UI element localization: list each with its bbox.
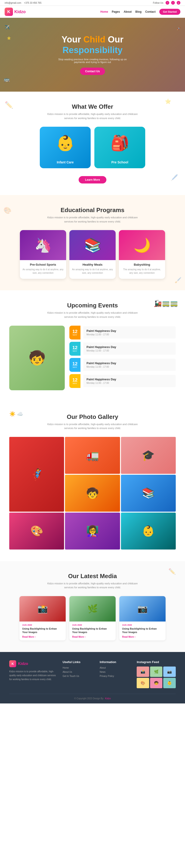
media-category-2: Aug 2020 xyxy=(72,624,113,626)
learn-more-button[interactable]: Learn More xyxy=(79,176,107,184)
footer-logo-text: Kidzo xyxy=(18,662,28,666)
pre-school-label: Pre School xyxy=(111,160,128,164)
gallery-image-1: 🦸 xyxy=(30,468,44,481)
footer-info-news[interactable]: News xyxy=(100,671,132,673)
gallery-image-6: 📚 xyxy=(142,487,155,499)
gallery-item-2[interactable]: 🚛 xyxy=(65,437,120,474)
footer-instagram-column: Instagram Feed 📸 🌿 📷 🎨 🧒 👶 xyxy=(137,660,176,688)
deco-crayons-right: 🖊️ xyxy=(171,174,178,181)
event-item-4[interactable]: 12 May Paint Happiness Day Monday 11:00 … xyxy=(70,374,176,388)
media-image-2: 🌿 xyxy=(70,596,115,622)
footer-instagram-grid: 📸 🌿 📷 🎨 🧒 👶 xyxy=(137,666,176,688)
gallery-image-2: 🚛 xyxy=(86,449,99,461)
pinterest-icon[interactable]: p xyxy=(177,1,180,5)
program-babysitting-image: 🌙 xyxy=(119,230,165,260)
insta-item-3[interactable]: 📷 xyxy=(163,666,176,677)
footer-information-column: Information About News Privacy Policy xyxy=(100,660,132,688)
footer-information-title: Information xyxy=(100,660,132,664)
hero-section: ✈️ ⭐ 🚌 🚀 Your Child Our Responsibility S… xyxy=(0,18,185,92)
events-list: 12 May Paint Happiness Day Monday 11:00 … xyxy=(70,326,176,390)
footer-about-column: K Kidzo Kidzo mission is to provide affo… xyxy=(9,660,58,688)
program-card-babysitting[interactable]: 🌙 Babysitting The amazing way to do it a… xyxy=(119,230,165,279)
event-date-2: 12 May xyxy=(70,342,80,355)
insta-item-2[interactable]: 🌿 xyxy=(150,666,163,677)
program-card-meals[interactable]: 📚 Healthy Meals An amazing way to do it … xyxy=(70,230,115,279)
program-babysitting-desc: The amazing way to do it at anytime, any… xyxy=(121,268,163,275)
media-title: Our Latest Media xyxy=(9,572,176,580)
media-card-3[interactable]: 📷 Aug 2020 Using Backlighting to Enhan Y… xyxy=(119,596,165,641)
program-sports-desc: An amazing way to do it at anytime, any … xyxy=(22,268,64,275)
program-card-sports[interactable]: 🦄 Pre-School Sports An amazing way to do… xyxy=(20,230,66,279)
event-info-3: Paint Happiness Day Monday 11:00 - 17:00 xyxy=(83,359,176,371)
train-decoration: 🚂🚃🚃 xyxy=(154,300,178,307)
nav-links: Home Pages About Blog Contact Get Starte… xyxy=(100,9,180,15)
event-item-3[interactable]: 12 May Paint Happiness Day Monday 11:00 … xyxy=(70,358,176,372)
top-bar-social: Follow Us: f t p xyxy=(153,1,180,5)
program-sports-title: Pre-School Sports xyxy=(22,263,64,266)
offer-description: Kidzo mission is to provide affordable, … xyxy=(46,112,139,120)
contact-button[interactable]: Contact Us xyxy=(80,68,105,75)
gallery-item-6[interactable]: 📚 xyxy=(121,475,176,512)
insta-item-5[interactable]: 🧒 xyxy=(150,678,163,688)
nav-about[interactable]: About xyxy=(124,10,132,13)
footer-info-privacy[interactable]: Privacy Policy xyxy=(100,675,132,677)
footer-useful-links-column: Useful Links Home About Us Get In Touch … xyxy=(63,660,95,688)
pre-school-image: 🎒 xyxy=(107,130,133,156)
media-card-1[interactable]: 📸 Aug 2020 Using Backlighting to Enhan Y… xyxy=(20,596,66,641)
infant-care-card[interactable]: 👶 Infant Care xyxy=(40,127,91,168)
program-meals-title: Healthy Meals xyxy=(72,263,113,266)
event-month-4: May xyxy=(73,382,77,384)
media-post-title-1: Using Backlighting to Enhan Your Images xyxy=(22,627,63,634)
nav-contact[interactable]: Contact xyxy=(145,10,156,13)
deco-rocket-icon: 🚀 xyxy=(177,27,180,30)
hero-content: Your Child Our Responsibility Stop wasti… xyxy=(49,30,136,80)
top-bar: info@gmail.com +375 33 456 765 Follow Us… xyxy=(0,0,185,6)
media-card-2[interactable]: 🌿 Aug 2020 Using Backlighting to Enhan Y… xyxy=(70,596,115,641)
latest-media-section: ✏️ Our Latest Media Kidzo mission is to … xyxy=(0,561,185,652)
media-read-more-3[interactable]: Read More › xyxy=(122,636,163,638)
gallery-item-7[interactable]: 🎨 xyxy=(9,513,64,550)
event-item-1[interactable]: 12 May Paint Happiness Day Monday 11:00 … xyxy=(70,326,176,340)
insta-item-1[interactable]: 📸 xyxy=(137,666,149,677)
event-time-3: Monday 11:00 - 17:00 xyxy=(86,366,173,368)
media-read-more-2[interactable]: Read More › xyxy=(72,636,113,638)
gallery-item-3[interactable]: 🎓 xyxy=(121,437,176,474)
insta-item-4[interactable]: 🎨 xyxy=(137,678,149,688)
logo-icon: K xyxy=(5,8,13,16)
footer-link-about[interactable]: About Us xyxy=(63,671,95,673)
facebook-icon[interactable]: f xyxy=(165,1,169,5)
gallery-item-8[interactable]: 👩‍🏫 xyxy=(65,513,120,550)
event-month-2: May xyxy=(73,350,77,352)
nav-blog[interactable]: Blog xyxy=(135,10,141,13)
nav-pages[interactable]: Pages xyxy=(112,10,120,13)
hero-title-highlight: Child xyxy=(83,35,105,44)
infant-care-image: 👶 xyxy=(52,130,78,156)
insta-item-6[interactable]: 👶 xyxy=(163,678,176,688)
media-read-more-1[interactable]: Read More › xyxy=(22,636,63,638)
pre-school-card[interactable]: 🎒 Pre School xyxy=(94,127,145,168)
program-sports-image: 🦄 xyxy=(20,230,66,260)
get-started-button[interactable]: Get Started xyxy=(159,9,180,15)
phone-text: +375 33 456 765 xyxy=(24,2,42,4)
media-category-1: Aug 2020 xyxy=(22,624,63,626)
media-category-3: Aug 2020 xyxy=(122,624,163,626)
deco-star-icon: ⭐ xyxy=(7,36,11,40)
gallery-item-5[interactable]: 🧒 xyxy=(65,475,120,512)
hero-description: Stop wasting precious time creating invo… xyxy=(53,58,132,63)
event-info-4: Paint Happiness Day Monday 11:00 - 17:00 xyxy=(83,375,176,387)
event-item-2[interactable]: 12 May Paint Happiness Day Monday 11:00 … xyxy=(70,342,176,355)
gallery-item-1[interactable]: 🦸 xyxy=(9,437,64,512)
footer-link-home[interactable]: Home xyxy=(63,666,95,669)
gallery-title: Our Photo Gallery xyxy=(9,413,176,421)
deco-media-icon: ✏️ xyxy=(168,568,176,575)
deco-paint-left: 🎨 xyxy=(3,207,11,214)
footer-about-text: Kidzo mission is to provide affordable, … xyxy=(9,670,58,681)
media-content-2: Aug 2020 Using Backlighting to Enhan You… xyxy=(70,622,115,641)
twitter-icon[interactable]: t xyxy=(171,1,175,5)
hero-title-part1: Your xyxy=(61,35,83,44)
footer-logo-icon: K xyxy=(9,660,16,667)
footer-info-about[interactable]: About xyxy=(100,666,132,669)
footer-link-contact[interactable]: Get In Touch Us xyxy=(63,675,95,677)
nav-home[interactable]: Home xyxy=(100,10,108,13)
gallery-item-9[interactable]: 👶 xyxy=(121,513,176,550)
